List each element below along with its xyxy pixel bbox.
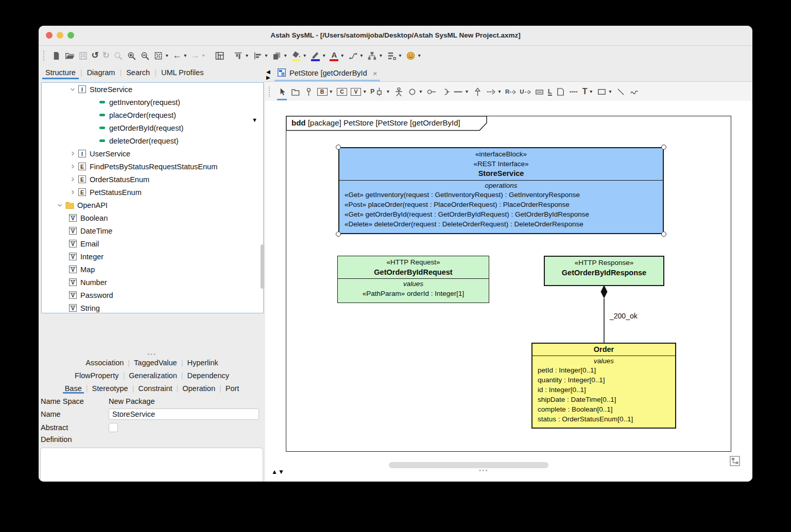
list-layout-dropdown-icon[interactable]: ▼: [398, 53, 402, 58]
tree-item-userservice[interactable]: IUserService: [42, 147, 263, 160]
circle-tool-button[interactable]: ▼: [407, 87, 423, 97]
line-tool-button[interactable]: [616, 87, 626, 97]
property-tab-operation[interactable]: Operation: [178, 384, 219, 393]
tree-item-placeorder-request-[interactable]: placeOrder(request): [42, 109, 263, 121]
dots-tool-button[interactable]: [569, 87, 579, 97]
association-tool-button[interactable]: ▼: [453, 87, 469, 97]
rect-tool-button[interactable]: ▼: [597, 87, 612, 97]
align-horizontal-button[interactable]: ▼: [253, 51, 268, 61]
tree-item-getinventory-request-[interactable]: getInventory(request): [42, 96, 263, 109]
structure-tree[interactable]: IStoreServicegetInventory(request)placeO…: [41, 82, 264, 313]
sidebar-tab-structure[interactable]: Structure: [41, 68, 80, 77]
page-up-down-arrows[interactable]: ▲▼: [271, 468, 285, 475]
sidebar-tab-diagram[interactable]: Diagram: [82, 68, 120, 77]
connector-style-dropdown-icon[interactable]: ▼: [359, 53, 364, 58]
curve-tool-button[interactable]: [629, 87, 639, 97]
storeservice-block[interactable]: «interfaceBlock» «REST Interface» StoreS…: [338, 147, 664, 234]
align-vertical-button[interactable]: ▼: [233, 51, 249, 61]
circle-tool-dropdown-icon[interactable]: ▼: [419, 89, 423, 94]
font-color-dropdown-icon[interactable]: ▼: [340, 53, 344, 58]
new-file-button[interactable]: [51, 51, 61, 61]
block-tool-dropdown-icon[interactable]: ▼: [329, 89, 333, 94]
property-tab-base[interactable]: Base: [61, 384, 86, 393]
property-tab-constraint[interactable]: Constraint: [134, 384, 176, 393]
sidebar-tab-uml-profiles[interactable]: UML Profiles: [157, 68, 208, 77]
text-tool-button[interactable]: T▼: [582, 87, 593, 96]
zoom-window-button[interactable]: [67, 32, 74, 39]
tree-item-deleteorder-request-[interactable]: deleteOrder(request): [42, 134, 263, 147]
chevron-right-icon[interactable]: [69, 176, 76, 183]
splitter-collapse-arrows[interactable]: ◀▶: [266, 69, 270, 80]
collapse-left-icon[interactable]: ◀: [266, 69, 270, 75]
tree-menu-triangle-icon[interactable]: ▼: [252, 117, 257, 123]
fill-color-dropdown-icon[interactable]: ▼: [303, 53, 307, 58]
navigate-forward-button[interactable]: →▼: [191, 51, 205, 60]
diagram-navigator-icon[interactable]: [730, 456, 740, 466]
tree-item-findpetsbystatusrequeststatusenum[interactable]: EFindPetsByStatusRequestStatusEnum: [42, 160, 263, 173]
tree-item-datetime[interactable]: VDateTime: [42, 224, 263, 237]
copy-style-dropdown-icon[interactable]: ▼: [283, 53, 287, 58]
property-tab-hyperlink[interactable]: Hyperlink: [183, 359, 222, 367]
definition-textarea[interactable]: [40, 448, 263, 482]
block-tool-button[interactable]: B▼: [317, 88, 333, 96]
rect-tool-dropdown-icon[interactable]: ▼: [608, 89, 612, 94]
navigate-back-button[interactable]: ←▼: [173, 51, 187, 60]
zoom-out-button[interactable]: [140, 51, 150, 61]
fit-view-button[interactable]: ▼: [153, 51, 169, 61]
navigate-forward-dropdown-icon[interactable]: ▼: [201, 53, 205, 58]
chevron-right-icon[interactable]: [69, 151, 76, 157]
open-file-button[interactable]: [65, 51, 75, 61]
property-tab-flowproperty[interactable]: FlowProperty: [71, 371, 123, 380]
provided-interface-tool-button[interactable]: [426, 87, 436, 97]
emoji-button[interactable]: ▼: [406, 51, 421, 61]
copy-style-button[interactable]: ▼: [272, 51, 287, 61]
selection-handle[interactable]: [661, 232, 666, 237]
property-tab-stereotype[interactable]: Stereotype: [88, 384, 132, 393]
diagram-toolbar-grip-handle[interactable]: [269, 86, 271, 97]
horizontal-scrollbar-thumb[interactable]: [389, 462, 548, 468]
generalization-tool-button[interactable]: [473, 87, 483, 97]
getorderbyidrequest-block[interactable]: «HTTP Request» GetOrderByIdRequest value…: [337, 256, 489, 303]
property-tab-port[interactable]: Port: [221, 384, 244, 393]
abstract-checkbox[interactable]: [109, 423, 118, 432]
tree-item-boolean[interactable]: VBoolean: [42, 211, 263, 224]
tree-item-email[interactable]: VEmail: [42, 237, 263, 250]
close-window-button[interactable]: [46, 32, 53, 39]
property-tab-association[interactable]: Association: [81, 359, 128, 367]
diagram-tab[interactable]: PetStore [getOrderById ×: [274, 65, 380, 81]
selection-handle[interactable]: [336, 145, 341, 150]
tree-item-string[interactable]: VString: [42, 302, 263, 313]
font-color-button[interactable]: A▼: [330, 50, 344, 61]
selection-handle[interactable]: [661, 145, 666, 150]
text-tool-dropdown-icon[interactable]: ▼: [589, 89, 593, 94]
diagram-manager-button[interactable]: [215, 51, 225, 61]
constraint-block-tool-button[interactable]: C: [337, 88, 347, 96]
collapse-right-icon[interactable]: ▶: [266, 75, 270, 80]
order-block[interactable]: Order values petId : Integer[0..1]quanti…: [531, 343, 676, 429]
package-tool-button[interactable]: [290, 87, 300, 97]
required-interface-tool-button[interactable]: [440, 87, 450, 97]
undo-button[interactable]: ↺: [92, 51, 99, 60]
property-tab-taggedvalue[interactable]: TaggedValue: [130, 359, 181, 367]
note-tool-button[interactable]: [556, 87, 565, 97]
tree-item-integer[interactable]: VInteger: [42, 250, 263, 263]
name-input[interactable]: [109, 409, 259, 420]
dependency-tool-dropdown-icon[interactable]: ▼: [497, 89, 502, 94]
chevron-down-icon[interactable]: [56, 202, 63, 208]
valuetype-tool-button[interactable]: V▼: [351, 88, 367, 96]
valuetype-tool-dropdown-icon[interactable]: ▼: [363, 89, 367, 94]
label-frame-tool-button[interactable]: [535, 87, 544, 97]
redo-button[interactable]: ↻: [102, 51, 110, 60]
selection-handle[interactable]: [336, 232, 341, 237]
zoom-tool-button[interactable]: [113, 51, 123, 61]
tree-item-openapi[interactable]: OpenAPI: [42, 199, 263, 211]
tree-item-getorderbyid-request-[interactable]: getOrderById(request): [42, 121, 263, 134]
emoji-dropdown-icon[interactable]: ▼: [417, 53, 421, 58]
save-button[interactable]: [78, 51, 88, 61]
chevron-right-icon[interactable]: [69, 164, 76, 170]
getorderbyidresponse-block[interactable]: «HTTP Response» GetOrderByIdResponse: [544, 256, 664, 286]
connector-style-button[interactable]: ▼: [348, 51, 364, 61]
realization-tool-button[interactable]: R: [505, 87, 516, 96]
property-tab-dependency[interactable]: Dependency: [183, 371, 233, 380]
tree-item-password[interactable]: VPassword: [42, 289, 263, 302]
